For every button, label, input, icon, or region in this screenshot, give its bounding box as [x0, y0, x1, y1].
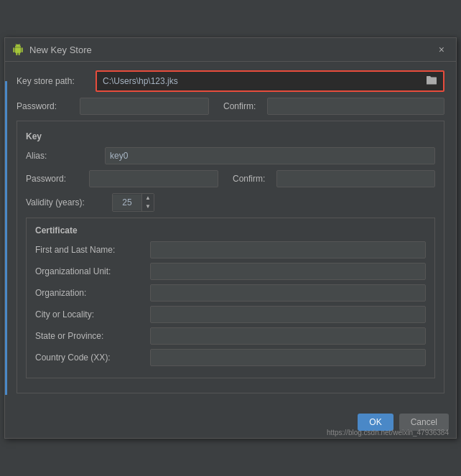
top-confirm-label: Confirm:: [223, 101, 256, 111]
top-password-row: Password: Confirm:: [17, 98, 444, 115]
folder-icon: [426, 75, 437, 85]
alias-row: Alias:: [26, 147, 435, 164]
cert-org-input[interactable]: [150, 284, 426, 302]
cert-org-unit-input[interactable]: [150, 263, 426, 280]
certificate-title: Certificate: [35, 225, 426, 235]
cert-city-label: City or Locality:: [35, 309, 150, 319]
key-confirm-label: Confirm:: [233, 174, 265, 184]
cert-first-last-name-input[interactable]: [150, 241, 426, 258]
dialog-title: New Key Store: [29, 45, 92, 55]
certificate-section: Certificate First and Last Name: Organiz…: [26, 218, 435, 378]
validity-spinner: ▲ ▼: [141, 194, 154, 211]
cert-row-first-last-name: First and Last Name:: [35, 241, 426, 258]
dialog-body: Key store path: Password: Confirm: Key: [5, 62, 456, 409]
alias-label: Alias:: [26, 151, 105, 161]
key-password-label: Password:: [26, 174, 83, 184]
cert-state-input[interactable]: [150, 327, 426, 345]
title-bar-left: New Key Store: [12, 44, 92, 55]
key-confirm-input[interactable]: [276, 170, 435, 187]
cert-row-org: Organization:: [35, 284, 426, 302]
validity-input[interactable]: [113, 195, 141, 210]
cert-row-country-code: Country Code (XX):: [35, 349, 426, 366]
alias-input[interactable]: [105, 147, 435, 164]
validity-decrement-button[interactable]: ▼: [142, 202, 154, 211]
cert-org-label: Organization:: [35, 288, 150, 298]
cert-country-code-label: Country Code (XX):: [35, 353, 150, 363]
validity-input-wrap: ▲ ▼: [112, 193, 154, 212]
key-section: Key Alias: Password: Confirm: Validity (…: [17, 121, 444, 393]
validity-label: Validity (years):: [26, 197, 112, 207]
validity-row: Validity (years): ▲ ▼: [26, 193, 435, 212]
top-password-label: Password:: [17, 101, 74, 111]
key-password-row: Password: Confirm:: [26, 170, 435, 187]
left-accent-bar: [5, 81, 7, 395]
cert-country-code-input[interactable]: [150, 349, 426, 366]
cert-state-label: State or Province:: [35, 331, 150, 341]
key-section-label: Key: [26, 131, 435, 141]
cert-row-org-unit: Organizational Unit:: [35, 263, 426, 280]
folder-icon-button[interactable]: [423, 74, 440, 89]
cert-city-input[interactable]: [150, 306, 426, 323]
title-bar: New Key Store ×: [5, 38, 456, 62]
close-button[interactable]: ×: [434, 42, 449, 57]
keystore-path-field-wrapper: [96, 70, 444, 92]
key-password-input[interactable]: [89, 170, 218, 187]
cert-org-unit-label: Organizational Unit:: [35, 266, 150, 276]
keystore-path-label: Key store path:: [17, 76, 96, 86]
cert-row-state: State or Province:: [35, 327, 426, 345]
url-text: https://blog.csdn.net/weixin_47936384: [5, 429, 456, 438]
new-key-store-dialog: New Key Store × Key store path: Password…: [4, 37, 457, 439]
android-icon: [12, 44, 24, 55]
keystore-path-row: Key store path:: [17, 70, 444, 92]
keystore-path-input[interactable]: [100, 73, 423, 89]
top-password-input[interactable]: [80, 98, 209, 115]
validity-increment-button[interactable]: ▲: [142, 194, 154, 202]
cert-first-last-name-label: First and Last Name:: [35, 245, 150, 255]
cert-row-city: City or Locality:: [35, 306, 426, 323]
top-confirm-input[interactable]: [267, 98, 444, 115]
